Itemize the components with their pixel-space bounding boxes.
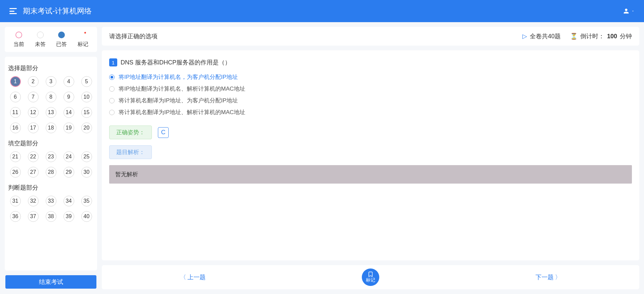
exam-title: 期末考试-计算机网络 [23,6,92,16]
chevron-left-icon: 〈 [180,273,186,281]
circle-icon [37,32,44,38]
timer: ⏳ 倒计时： 100分钟 [570,32,632,40]
question-nav-26[interactable]: 26 [10,167,21,178]
main-panel: 请选择正确的选项 ▷ 全卷共40题 ⏳ 倒计时： 100分钟 1 DNS 服务器… [102,27,644,289]
radio-icon [109,86,115,92]
chevron-right-icon: 〉 [555,273,561,281]
total-questions: ▷ 全卷共40题 [522,32,561,40]
option-3[interactable]: 将计算机名翻译为IP地址、解析计算机的MAC地址 [109,108,632,116]
question-navigator: 选择题部分1234567891011121314151617181920填空题部… [5,57,97,271]
legend-unanswered: 未答 [35,32,46,48]
sidebar-footer: 结束考试 [5,275,97,289]
question-nav-23[interactable]: 23 [46,151,56,162]
question-nav-13[interactable]: 13 [46,107,56,118]
user-menu[interactable] [622,7,635,15]
question-nav-38[interactable]: 38 [46,211,56,222]
question-topbar: 请选择正确的选项 ▷ 全卷共40题 ⏳ 倒计时： 100分钟 [102,27,639,46]
options-list: 将IP地址翻译为计算机名，为客户机分配IP地址将IP地址翻译为计算机名、解析计算… [109,73,632,116]
main-container: 当前 未答 已答 标记 选择题部分12345678910111213141516… [0,22,644,294]
question-nav-28[interactable]: 28 [46,167,56,178]
question-header: 1 DNS 服务器和DHCP服务器的作用是（） [109,58,632,66]
hourglass-icon: ⏳ [570,33,577,40]
question-nav-21[interactable]: 21 [10,151,21,162]
question-nav-11[interactable]: 11 [10,107,21,118]
section-title: 判断题部分 [8,184,94,192]
question-nav-3[interactable]: 3 [46,76,56,87]
option-0[interactable]: 将IP地址翻译为计算机名，为客户机分配IP地址 [109,73,632,81]
correct-answer-row: 正确姿势： C [109,126,632,139]
question-nav-37[interactable]: 37 [28,211,39,222]
question-nav-27[interactable]: 27 [28,167,39,178]
prev-button[interactable]: 〈上一题 [180,273,206,281]
question-nav-39[interactable]: 39 [63,211,74,222]
analysis-label: 题目解析： [109,145,152,159]
question-nav-6[interactable]: 6 [10,92,21,102]
option-2[interactable]: 将计算机名翻译为IP地址、为客户机分配IP地址 [109,97,632,104]
question-nav-17[interactable]: 17 [28,122,39,133]
mark-button[interactable]: 标记 [362,268,379,286]
circle-icon [80,32,86,38]
question-text: DNS 服务器和DHCP服务器的作用是（） [121,58,231,66]
question-nav-9[interactable]: 9 [63,92,74,102]
question-nav-35[interactable]: 35 [81,196,92,206]
correct-answer-value: C [158,127,169,138]
play-icon: ▷ [522,33,527,40]
question-nav-32[interactable]: 32 [28,196,39,206]
question-nav-14[interactable]: 14 [63,107,74,118]
question-nav-25[interactable]: 25 [81,151,92,162]
question-nav-15[interactable]: 15 [81,107,92,118]
legend-current: 当前 [13,32,24,48]
bookmark-icon [368,271,374,277]
question-nav-19[interactable]: 19 [63,122,74,133]
question-nav-4[interactable]: 4 [63,76,74,87]
question-nav-34[interactable]: 34 [63,196,74,206]
question-nav-8[interactable]: 8 [46,92,56,102]
app-header: 期末考试-计算机网络 [0,0,644,22]
question-nav-40[interactable]: 40 [81,211,92,222]
circle-icon [15,32,22,38]
legend-answered: 已答 [56,32,67,48]
section-title: 选择题部分 [8,64,94,72]
question-nav-30[interactable]: 30 [81,167,92,178]
question-nav-31[interactable]: 31 [10,196,21,206]
instruction-text: 请选择正确的选项 [109,32,158,40]
radio-icon [109,98,115,103]
topbar-right: ▷ 全卷共40题 ⏳ 倒计时： 100分钟 [522,32,632,40]
option-1[interactable]: 将IP地址翻译为计算机名、解析计算机的MAC地址 [109,85,632,93]
legend-marked: 标记 [78,32,88,48]
end-exam-button[interactable]: 结束考试 [5,275,96,289]
question-nav-36[interactable]: 36 [10,211,21,222]
header-left: 期末考试-计算机网络 [9,6,92,16]
option-text: 将计算机名翻译为IP地址、解析计算机的MAC地址 [119,108,245,116]
analysis-text: 暂无解析 [109,165,632,184]
question-number: 1 [109,58,117,66]
question-nav-20[interactable]: 20 [81,122,92,133]
section-grid: 21222324252627282930 [8,151,94,178]
legend: 当前 未答 已答 标记 [5,27,97,52]
question-nav-24[interactable]: 24 [63,151,74,162]
question-nav-29[interactable]: 29 [63,167,74,178]
next-button[interactable]: 下一题〉 [535,273,561,281]
sidebar: 当前 未答 已答 标记 选择题部分12345678910111213141516… [5,27,97,289]
question-nav-33[interactable]: 33 [46,196,56,206]
menu-icon[interactable] [9,8,17,14]
option-text: 将IP地址翻译为计算机名、解析计算机的MAC地址 [119,85,245,93]
section-title: 填空题部分 [8,139,94,147]
question-nav-2[interactable]: 2 [28,76,39,87]
section-grid: 31323334353637383940 [8,196,94,222]
question-nav-18[interactable]: 18 [46,122,56,133]
correct-answer-label: 正确姿势： [109,126,152,139]
question-body: 1 DNS 服务器和DHCP服务器的作用是（） 将IP地址翻译为计算机名，为客户… [102,50,639,260]
question-nav-5[interactable]: 5 [81,76,92,87]
question-nav-22[interactable]: 22 [28,151,39,162]
question-nav-1[interactable]: 1 [10,76,21,87]
question-nav-10[interactable]: 10 [81,92,92,102]
radio-icon [109,110,115,115]
question-nav-16[interactable]: 16 [10,122,21,133]
circle-icon [58,32,65,38]
radio-icon [109,75,115,80]
question-nav-12[interactable]: 12 [28,107,39,118]
question-footer: 〈上一题 标记 下一题〉 [102,265,639,289]
section-grid: 1234567891011121314151617181920 [8,76,94,133]
question-nav-7[interactable]: 7 [28,92,39,102]
